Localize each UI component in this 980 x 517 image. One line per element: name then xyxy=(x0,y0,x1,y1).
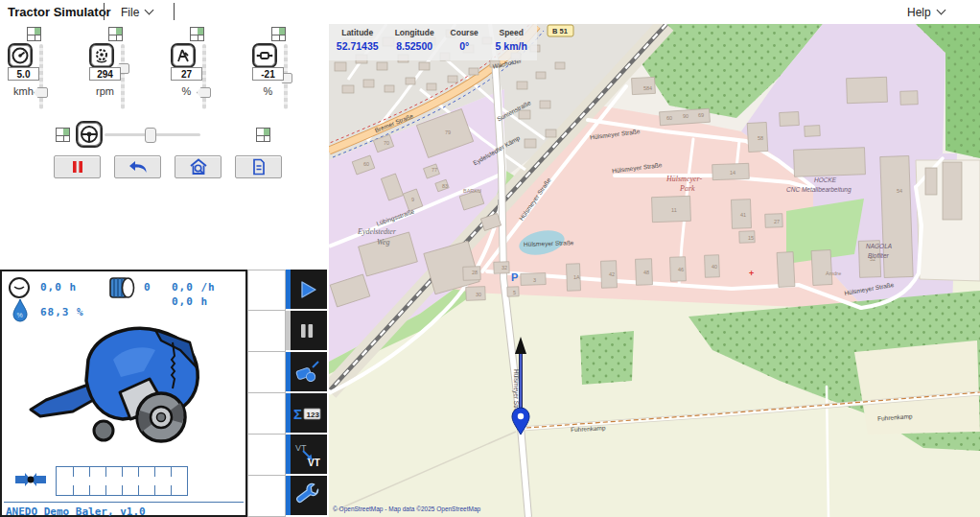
svg-text:Σ: Σ xyxy=(293,406,302,422)
map-building xyxy=(943,162,962,220)
chevron-down-icon xyxy=(145,6,154,15)
steering-slider-handle[interactable] xyxy=(145,128,156,143)
sum-counter-icon: Σ 123 xyxy=(292,401,322,426)
map-building xyxy=(777,252,795,288)
map-building xyxy=(363,80,374,87)
house-number: 46 xyxy=(678,267,684,272)
map-building xyxy=(525,139,536,148)
map-attribution: © OpenStreetMap - Map data ©2025 OpenStr… xyxy=(333,505,480,513)
file-menu[interactable]: File xyxy=(113,3,160,21)
vt-to-label: VT xyxy=(308,458,320,468)
hitch-unit: % xyxy=(171,85,202,97)
house-number: 1A xyxy=(573,274,580,280)
app-title: Tractor Simulator xyxy=(8,5,111,19)
b51-road-badge: B 51 xyxy=(548,25,573,36)
map-building xyxy=(419,62,430,70)
totals-softkey[interactable]: Σ 123 xyxy=(286,393,327,433)
moisture-drop-icon: % xyxy=(12,298,29,323)
softkey-cell xyxy=(247,435,286,476)
speed-slider-track[interactable] xyxy=(39,44,43,109)
map-building xyxy=(780,111,800,126)
quadrant-toggle-icon[interactable] xyxy=(190,27,204,41)
hitch-slider-track[interactable] xyxy=(202,44,206,109)
rpm-unit: rpm xyxy=(89,85,121,97)
latitude-value: 52.71435 xyxy=(329,40,385,52)
rpm-value: 294 xyxy=(89,67,121,81)
cylinder-value: -21 xyxy=(252,67,284,81)
steering-wheel-icon xyxy=(76,121,103,148)
wrench-icon xyxy=(293,482,320,509)
map-building xyxy=(794,148,866,177)
speed-unit: kmh xyxy=(8,85,39,97)
rpm-icon xyxy=(89,43,114,68)
house-number: 77 xyxy=(432,167,437,173)
house-number: 60 xyxy=(363,161,369,167)
house-number: 90 xyxy=(683,113,688,119)
map-building xyxy=(900,91,918,106)
speed-value: 5 km/h xyxy=(486,40,538,52)
title-bar: Tractor Simulator File Help xyxy=(0,0,980,24)
bale-icon xyxy=(105,276,136,299)
map-building xyxy=(805,126,821,137)
course-value: 0° xyxy=(443,40,486,52)
quadrant-toggle-icon[interactable] xyxy=(108,27,123,41)
quadrant-toggle-icon[interactable] xyxy=(27,27,41,41)
pause-button[interactable] xyxy=(54,155,101,178)
quadrant-toggle-icon[interactable] xyxy=(271,27,286,41)
parking-icon: P xyxy=(511,271,518,283)
play-softkey[interactable] xyxy=(286,270,327,309)
map-building xyxy=(448,76,457,82)
openstreetmap-canvas: B 51 Bremer Straße Wacholder Suntenstraß… xyxy=(329,24,980,517)
hitch-icon xyxy=(171,43,196,68)
svg-text:B 51: B 51 xyxy=(552,27,568,35)
softkey-cell xyxy=(247,352,286,393)
speed-icon xyxy=(8,43,33,68)
map-building xyxy=(406,78,415,84)
softkey-cell xyxy=(247,270,286,311)
softkey-cell xyxy=(247,311,286,352)
pause-softkey[interactable] xyxy=(286,311,327,350)
help-menu[interactable]: Help xyxy=(899,3,952,21)
map-building xyxy=(811,250,832,286)
counter-badge: 123 xyxy=(306,410,319,418)
home-search-button[interactable] xyxy=(175,155,222,178)
house-number: 32 xyxy=(502,265,507,270)
speed-value: 5.0 xyxy=(8,67,39,81)
svg-text:CNC Metallbearbeitung: CNC Metallbearbeitung xyxy=(786,186,852,194)
svg-text:Park: Park xyxy=(679,184,695,193)
map-building xyxy=(385,85,394,92)
vt-switch-softkey[interactable]: VT VT xyxy=(286,435,327,474)
bale-fill-gauge xyxy=(56,466,188,496)
house-number: 70 xyxy=(384,140,389,146)
map-building xyxy=(335,62,346,71)
vt-from-label: VT xyxy=(295,443,307,453)
map-building xyxy=(880,156,913,278)
settings-softkey[interactable] xyxy=(286,476,327,515)
map-view[interactable]: B 51 Bremer Straße Wacholder Suntenstraß… xyxy=(329,24,980,517)
house-number: 15 xyxy=(748,235,754,241)
course-label: Course xyxy=(443,28,486,37)
quadrant-toggle-icon[interactable] xyxy=(56,128,70,142)
svg-text:Eydelstedter: Eydelstedter xyxy=(357,227,397,236)
undo-button[interactable] xyxy=(114,155,161,178)
house-number: 40 xyxy=(712,264,717,270)
quadrant-toggle-icon[interactable] xyxy=(256,128,270,142)
svg-text:Hülsmeyer-: Hülsmeyer- xyxy=(665,175,702,183)
rpm-slider-track[interactable] xyxy=(121,44,125,109)
svg-text:HOCKE: HOCKE xyxy=(814,176,837,183)
house-number: 69 xyxy=(698,112,704,118)
document-button[interactable] xyxy=(235,155,282,178)
bale-count: 0 xyxy=(144,281,152,294)
svg-text:BARKU: BARKU xyxy=(463,188,481,194)
house-number: 28 xyxy=(472,270,478,275)
cylinder-unit: % xyxy=(252,85,284,97)
svg-text:Weg: Weg xyxy=(377,238,389,247)
svg-text:Amdre: Amdre xyxy=(826,270,841,276)
softkey-cell xyxy=(247,476,286,517)
separator xyxy=(174,3,175,20)
bale-eject-icon xyxy=(293,359,320,386)
gauge-cylinder: -21% xyxy=(252,24,334,125)
bale-eject-softkey[interactable] xyxy=(286,352,327,391)
house-number: 52 xyxy=(870,256,875,262)
baler-graphic xyxy=(29,321,225,460)
